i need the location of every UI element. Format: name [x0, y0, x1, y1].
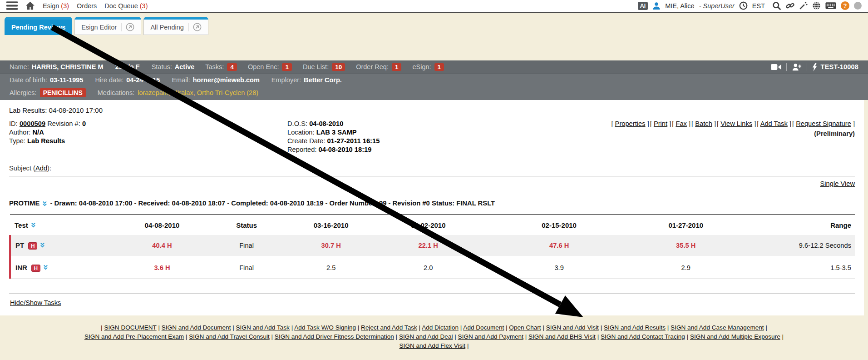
separator — [807, 63, 807, 71]
counter-badge[interactable]: 4 — [227, 63, 237, 71]
allergy-badge[interactable]: PENICILLINS — [40, 88, 86, 97]
footer-link-sign-document[interactable]: SIGN DOCUMENT — [104, 324, 156, 331]
column-header-test[interactable]: Test — [10, 214, 120, 235]
ai-badge[interactable]: AI — [638, 2, 648, 10]
action-request-signature[interactable]: Request Signature — [796, 120, 851, 127]
footer-actions: | SIGN DOCUMENT | SIGN and Add Document … — [0, 323, 868, 350]
column-header-02-15-2010: 02-15-2010 — [483, 214, 635, 235]
result-cell: 2.5 — [289, 257, 373, 279]
footer-link-sign-and-add-flex-visit[interactable]: SIGN and Add Flex Visit — [399, 342, 466, 349]
footer-link-sign-and-add-document[interactable]: SIGN and Add Document — [162, 324, 231, 331]
footer-link-add-dictation[interactable]: Add Dictation — [422, 324, 459, 331]
user-name[interactable]: MIE, Alice — [665, 2, 694, 10]
expand-chevron-icon[interactable] — [43, 265, 48, 270]
footer-link-sign-and-add-case-management[interactable]: SIGN and Add Case Management — [671, 324, 764, 331]
patient-name[interactable]: HARRIS, CHRISTINE M — [32, 63, 104, 70]
subject-add-link[interactable]: Add — [35, 165, 47, 172]
footer-link-reject-and-add-task[interactable]: Reject and Add Task — [361, 324, 417, 331]
nav-item-esign[interactable]: Esign (3) — [43, 2, 69, 10]
footer-link-open-chart[interactable]: Open Chart — [509, 324, 541, 331]
clock-icon[interactable] — [739, 1, 748, 10]
timezone-label[interactable]: EST — [752, 2, 765, 10]
action-add-task[interactable]: Add Task — [760, 120, 788, 127]
tab-body: Esign Editor — [74, 20, 141, 35]
footer-link-sign-and-add-bhs-visit[interactable]: SIGN and Add BHS Visit — [528, 333, 596, 340]
tab-pending-reviews[interactable]: Pending Reviews — [5, 17, 72, 35]
footer-link-sign-and-add-results[interactable]: SIGN and Add Results — [604, 324, 666, 331]
counter-badge[interactable]: 1 — [392, 63, 402, 71]
table-row-inr: INRH3.6 HFinal2.52.03.92.91.5-3.5 — [10, 257, 855, 279]
footer-actions-row2: SIGN and Add Pre-Placement Exam | SIGN a… — [0, 332, 868, 341]
subject-suffix: ): — [47, 165, 51, 172]
subject-line: Subject (Add): — [9, 165, 855, 172]
keyboard-icon[interactable] — [825, 2, 836, 10]
email-value[interactable]: horner@mieweb.com — [193, 76, 260, 84]
range-cell: 9.6-12.2 Seconds — [736, 235, 855, 257]
author-label: Author: — [9, 129, 30, 136]
help-icon[interactable]: ? — [841, 1, 849, 10]
action-properties[interactable]: Properties — [615, 120, 646, 127]
counter-badge[interactable]: 10 — [332, 63, 345, 71]
nav-item-orders[interactable]: Orders — [77, 2, 97, 10]
range-cell: 1.5-3.5 — [736, 257, 855, 279]
results-header-row: Test04-08-2010Status03-16-201003-02-2010… — [10, 214, 855, 235]
link-icon[interactable] — [786, 1, 794, 10]
footer-link-sign-and-add-deal[interactable]: SIGN and Add Deal — [399, 333, 453, 340]
dos-value: 04-08-2010 — [309, 120, 343, 127]
doc-action-wrap: [ Fax ] — [672, 120, 690, 127]
person-add-icon[interactable] — [792, 63, 802, 71]
nav-item-label: Orders — [77, 2, 97, 10]
sort-chevron-icon[interactable] — [31, 222, 36, 228]
separator — [786, 63, 787, 71]
test-name[interactable]: INR — [15, 264, 27, 271]
open-in-new-icon[interactable] — [188, 23, 202, 31]
medications-list[interactable]: lorazepam, Miralax, Ortho Tri-Cyclen (28… — [138, 89, 258, 96]
result-cell: 40.4 H — [120, 235, 204, 257]
action-print[interactable]: Print — [654, 120, 667, 127]
counter-badge[interactable]: 1 — [282, 63, 292, 71]
action-batch[interactable]: Batch — [695, 120, 712, 127]
hamburger-menu-icon[interactable] — [6, 1, 18, 10]
nav-item-label: Doc Queue — [104, 2, 138, 10]
user-icon[interactable] — [652, 2, 661, 10]
test-name[interactable]: PT — [15, 241, 24, 249]
action-view-links[interactable]: View Links — [720, 120, 752, 127]
lightning-bolt-icon[interactable] — [812, 63, 817, 71]
open-in-new-icon[interactable] — [121, 23, 134, 31]
panel-name[interactable]: PROTIME — [9, 200, 39, 207]
footer-link-sign-and-add-visit[interactable]: SIGN and Add Visit — [546, 324, 599, 331]
doc-id-link[interactable]: 0000509 — [20, 120, 45, 127]
footer-link-sign-and-add-payment[interactable]: SIGN and Add Payment — [458, 333, 523, 340]
hire-date-value: 04-24-2015 — [126, 76, 160, 84]
tab-all-pending[interactable]: All Pending — [143, 17, 208, 35]
footer-link-sign-and-add-driver-fitness-determination[interactable]: SIGN and Add Driver Fitness Determinatio… — [275, 333, 394, 340]
footer-link-sign-and-add-contact-tracing[interactable]: SIGN and Add Contact Tracing — [601, 333, 685, 340]
footer-link-sign-and-add-pre-placement-exam[interactable]: SIGN and Add Pre-Placement Exam — [84, 333, 184, 340]
tab-esign-editor[interactable]: Esign Editor — [74, 17, 141, 35]
panel-meta: - Drawn: 04-08-2010 17:00 - Received: 04… — [50, 200, 495, 207]
globe-icon[interactable] — [812, 1, 821, 10]
footer-link-sign-and-add-travel-consult[interactable]: SIGN and Add Travel Consult — [189, 333, 270, 340]
result-cell: 35.5 H — [635, 235, 736, 257]
footer-link-sign-and-add-task[interactable]: SIGN and Add Task — [236, 324, 290, 331]
panel-chevron-icon[interactable] — [42, 201, 47, 207]
result-cell: 22.1 H — [373, 235, 483, 257]
home-icon[interactable] — [25, 1, 35, 10]
footer-link-add-task-w-o-signing[interactable]: Add Task W/O Signing — [294, 324, 356, 331]
search-icon[interactable] — [772, 1, 781, 10]
column-header-04-08-2010: 04-08-2010 — [120, 214, 204, 235]
action-fax[interactable]: Fax — [676, 120, 686, 127]
video-camera-icon[interactable] — [771, 64, 781, 70]
chart-id[interactable]: TEST-10008 — [821, 63, 858, 70]
table-row-pt: PTH40.4 HFinal30.7 H22.1 H47.6 H35.5 H9.… — [10, 235, 855, 257]
counter-badge[interactable]: 1 — [434, 63, 444, 71]
footer-link-add-document[interactable]: Add Document — [463, 324, 504, 331]
expand-chevron-icon[interactable] — [40, 242, 45, 248]
counter-label: Tasks: — [205, 63, 224, 70]
magic-wand-icon[interactable] — [799, 1, 808, 10]
hide-show-tasks-link[interactable]: Hide/Show Tasks — [10, 299, 61, 306]
single-view-link[interactable]: Single View — [820, 180, 855, 187]
test-name-cell: PTH — [10, 235, 120, 257]
nav-item-doc-queue[interactable]: Doc Queue (3) — [104, 2, 148, 10]
footer-link-sign-and-add-multiple-exposure[interactable]: SIGN and Add Multiple Exposure — [690, 333, 780, 340]
